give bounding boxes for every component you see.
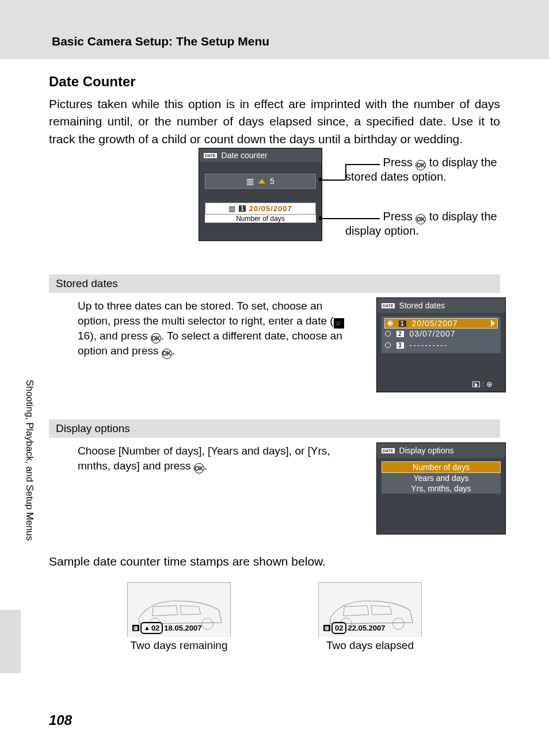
ref-icon: ☞ — [334, 318, 344, 329]
stored-lcd-footer: : ⊕ — [472, 380, 493, 388]
stamp-right-num: 02 — [335, 624, 343, 632]
date-badge-icon: ▥ — [323, 625, 330, 631]
chapter-bar: Basic Camera Setup: The Setup Menu — [0, 0, 549, 59]
stored-date-2[interactable]: 2 03/07/2007 — [385, 328, 497, 339]
chevron-right-icon — [491, 320, 495, 327]
stored-dates-header: Stored dates — [49, 274, 500, 293]
ok-icon: OK — [415, 214, 426, 224]
side-tab — [0, 610, 21, 673]
display-options-lcd: DATE Display options Number of days Year… — [376, 442, 506, 534]
date-badge-icon: DATE — [382, 448, 395, 453]
ok-icon: OK — [415, 160, 426, 170]
down-arrow-icon: ▲ — [144, 624, 150, 631]
section-title: Date Counter — [49, 74, 500, 90]
radio-icon — [385, 331, 391, 337]
main-diagram: DATE Date counter ▥ 5 ▥ 1 20/05/2007 Num… — [49, 148, 500, 263]
opts-lcd-title: Display options — [399, 446, 454, 455]
stamp-left-date: 18.05.2007 — [164, 624, 201, 632]
side-section-label: Shooting, Playback, and Setup Menus — [24, 380, 35, 541]
page-number: 108 — [49, 712, 72, 728]
stored-date-3-value: ---------- — [410, 341, 448, 350]
slot-1-badge: 1 — [399, 320, 406, 327]
slot-3-badge: 3 — [396, 342, 404, 349]
option-yrs-mnths-days[interactable]: Yrs, mnths, days — [382, 483, 501, 494]
stored-date-3[interactable]: 3 ---------- — [385, 339, 497, 351]
calendar-icon: ▥ — [228, 204, 235, 213]
callout-display: Press OK to display the display option. — [345, 210, 512, 238]
stamp-elapsed: ▥ 02 22.05.2007 — [323, 622, 386, 634]
sample-remaining: ▥ ▲ 02 18.05.2007 Two days remaining — [127, 582, 231, 652]
lcd-row-stored[interactable]: ▥ 5 — [205, 174, 316, 189]
lcd-row-date[interactable]: ▥ 1 20/05/2007 — [205, 203, 316, 215]
ok-icon: OK — [194, 463, 204, 474]
samples-intro: Sample date counter time stamps are show… — [49, 553, 500, 570]
up-arrow-icon — [258, 179, 265, 184]
sample-right-caption: Two days elapsed — [318, 639, 422, 652]
stored-dates-text: Up to three dates can be stored. To set,… — [78, 299, 348, 358]
sample-elapsed: ▥ 02 22.05.2007 Two days elapsed — [318, 582, 422, 652]
ok-icon: OK — [151, 333, 161, 343]
section-body: Pictures taken while this option is in e… — [49, 96, 500, 148]
stamp-left-num: 02 — [151, 624, 159, 632]
lcd-title-row: DATE Date counter — [199, 148, 322, 162]
stamp-remaining: ▥ ▲ 02 18.05.2007 — [132, 622, 201, 634]
slot-2-badge: 2 — [396, 331, 404, 337]
stored-dates-lcd: DATE Stored dates 1 20/05/2007 2 03/07/2… — [376, 297, 506, 392]
stored-date-1-value: 20/05/2007 — [412, 319, 458, 328]
ok-icon: OK — [162, 349, 172, 359]
lcd-title: Date counter — [222, 151, 268, 160]
date-badge-icon: DATE — [382, 303, 395, 308]
option-years-and-days[interactable]: Years and days — [382, 473, 501, 483]
chapter-title: Basic Camera Setup: The Setup Menu — [52, 35, 549, 48]
slot-1-badge: 1 — [239, 205, 246, 212]
display-options-text: Choose [Number of days], [Years and days… — [78, 444, 348, 474]
stored-date-1[interactable]: 1 20/05/2007 — [385, 319, 497, 328]
stamp-right-date: 22.05.2007 — [348, 624, 385, 632]
sample-left-caption: Two days remaining — [127, 639, 231, 652]
play-icon — [472, 381, 480, 387]
radio-icon — [385, 342, 391, 348]
radio-selected-icon — [387, 320, 393, 326]
lcd-row2-label: Number of days — [205, 215, 316, 223]
stored-lcd-title: Stored dates — [399, 301, 445, 310]
option-number-of-days[interactable]: Number of days — [382, 461, 501, 473]
stored-date-2-value: 03/07/2007 — [410, 329, 456, 338]
calendar-icon: ▥ — [246, 177, 254, 186]
display-options-header: Display options — [49, 419, 500, 438]
lcd-row2-date: 20/05/2007 — [249, 204, 292, 213]
lcd-row1-value: 5 — [270, 177, 274, 186]
date-counter-lcd: DATE Date counter ▥ 5 ▥ 1 20/05/2007 Num… — [199, 148, 322, 241]
date-badge-icon: DATE — [204, 153, 217, 158]
date-badge-icon: ▥ — [132, 625, 139, 631]
callout-stored: Press OK to display the stored dates opt… — [345, 156, 512, 184]
